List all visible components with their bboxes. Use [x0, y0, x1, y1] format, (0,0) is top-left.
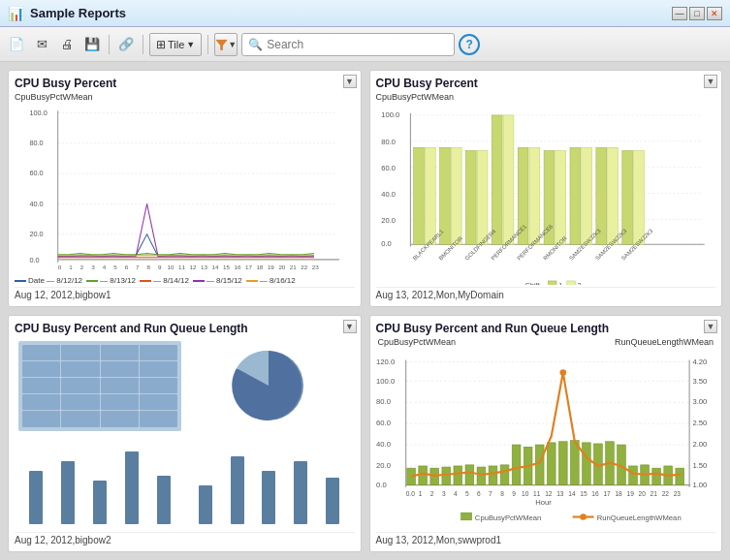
svg-text:20.0: 20.0	[381, 216, 396, 225]
svg-text:0.0: 0.0	[405, 490, 414, 497]
close-button[interactable]: ✕	[707, 7, 722, 20]
svg-text:Hour: Hour	[179, 273, 195, 274]
svg-text:4: 4	[103, 264, 107, 270]
window-controls: — □ ✕	[672, 7, 722, 20]
title-bar: 📊 Sample Reports — □ ✕	[0, 0, 730, 27]
svg-text:8: 8	[147, 264, 151, 270]
svg-text:80.0: 80.0	[381, 138, 396, 146]
toolbar: 📄 ✉ 🖨 💾 🔗 ⊞ Tile ▼ ▼ 🔍 ?	[0, 27, 730, 62]
svg-rect-67	[581, 147, 591, 244]
search-box[interactable]: 🔍	[241, 33, 455, 56]
svg-text:4.20: 4.20	[692, 358, 707, 366]
svg-text:12: 12	[545, 490, 553, 497]
report-grid: CPU Busy Percent ▼ CpuBusyPctWMean 100.0…	[0, 62, 730, 560]
search-icon: 🔍	[248, 38, 263, 51]
svg-rect-122	[535, 445, 544, 485]
card-top-right-menu[interactable]: ▼	[704, 75, 717, 88]
svg-rect-63	[529, 147, 540, 244]
card-top-left: CPU Busy Percent ▼ CpuBusyPctWMean 100.0…	[8, 70, 362, 307]
filter-button[interactable]: ▼	[214, 33, 238, 56]
bar-chart-svg: 100.0 80.0 60.0 40.0 20.0 0.0	[376, 103, 716, 285]
minimize-button[interactable]: —	[672, 7, 687, 20]
card-bottom-right: CPU Busy Percent and Run Queue Length ▼ …	[369, 315, 723, 552]
svg-rect-117	[477, 467, 486, 485]
svg-text:21: 21	[650, 490, 657, 497]
svg-rect-124	[558, 442, 567, 485]
search-input[interactable]	[267, 38, 448, 51]
tile-view-button[interactable]: ⊞ Tile ▼	[149, 33, 202, 56]
svg-text:1: 1	[418, 490, 422, 497]
tile-dropdown-icon: ▼	[186, 40, 195, 49]
card-top-left-title: CPU Busy Percent	[15, 77, 355, 90]
svg-text:0: 0	[58, 264, 62, 270]
svg-rect-112	[418, 466, 427, 485]
legend-item-1: — 8/13/12	[86, 276, 136, 285]
card-top-left-menu[interactable]: ▼	[343, 75, 357, 88]
svg-text:10: 10	[167, 264, 174, 270]
svg-text:18: 18	[615, 490, 622, 497]
svg-text:4: 4	[453, 490, 457, 497]
email-button[interactable]: ✉	[31, 33, 52, 56]
legend-item-2: — 8/14/12	[140, 276, 189, 285]
thumb-bars-2	[187, 437, 350, 527]
svg-rect-71	[633, 150, 644, 244]
card-bottom-right-chart: CpuBusyPctWMean RunQueueLengthWMean 120.…	[376, 337, 716, 530]
svg-text:1: 1	[558, 281, 562, 285]
svg-text:2: 2	[429, 490, 433, 497]
legend-item-4: — 8/16/12	[246, 276, 296, 285]
svg-rect-61	[503, 115, 514, 244]
card-top-right-footer: Aug 13, 2012,Mon,MyDomain	[376, 287, 716, 300]
help-button[interactable]: ?	[459, 34, 480, 55]
svg-text:40.0: 40.0	[29, 200, 43, 208]
svg-text:20.0: 20.0	[29, 230, 43, 238]
svg-text:18: 18	[256, 264, 263, 270]
svg-point-164	[580, 513, 587, 520]
svg-rect-60	[492, 115, 502, 244]
svg-text:8: 8	[500, 490, 504, 497]
svg-text:2: 2	[577, 281, 581, 285]
card-bottom-right-title: CPU Busy Percent and Run Queue Length	[376, 322, 716, 335]
card-bottom-left-menu[interactable]: ▼	[343, 320, 357, 333]
svg-text:120.0: 120.0	[376, 358, 395, 366]
card-bottom-right-menu[interactable]: ▼	[704, 320, 717, 333]
svg-text:100.0: 100.0	[29, 109, 47, 117]
svg-rect-132	[651, 468, 660, 485]
line-chart-legend: Date — 8/12/12 — 8/13/12 — 8/14/12 — 8/1…	[15, 276, 355, 285]
link-button[interactable]: 🔗	[115, 33, 137, 56]
window-title: Sample Reports	[30, 6, 666, 20]
svg-text:14: 14	[568, 490, 576, 497]
separator-1	[109, 35, 110, 54]
svg-rect-130	[628, 466, 637, 485]
svg-text:9: 9	[512, 490, 516, 497]
svg-text:60.0: 60.0	[376, 419, 391, 427]
svg-rect-55	[425, 147, 435, 244]
svg-rect-69	[607, 147, 618, 244]
svg-text:17: 17	[245, 264, 252, 270]
svg-text:22: 22	[301, 264, 307, 270]
save-button[interactable]: 💾	[81, 33, 103, 56]
svg-rect-59	[477, 150, 488, 244]
svg-rect-57	[451, 147, 461, 244]
svg-text:3.50: 3.50	[692, 377, 707, 386]
new-button[interactable]: 📄	[6, 33, 27, 56]
svg-marker-0	[216, 40, 227, 49]
svg-text:20.0: 20.0	[376, 461, 391, 470]
svg-text:80.0: 80.0	[29, 139, 43, 147]
svg-text:20: 20	[278, 264, 285, 270]
print-button[interactable]: 🖨	[56, 33, 78, 56]
svg-text:19: 19	[268, 264, 274, 270]
svg-rect-118	[489, 466, 497, 485]
maximize-button[interactable]: □	[689, 7, 705, 20]
svg-text:40.0: 40.0	[381, 190, 396, 199]
svg-rect-116	[465, 465, 474, 485]
svg-text:19: 19	[626, 490, 634, 497]
separator-2	[143, 35, 143, 54]
svg-text:80.0: 80.0	[376, 397, 391, 406]
svg-text:CpuBusyPctWMean: CpuBusyPctWMean	[474, 513, 541, 522]
svg-rect-58	[465, 150, 476, 244]
svg-text:7: 7	[489, 490, 492, 497]
svg-text:2.00: 2.00	[692, 440, 707, 449]
svg-text:0.0: 0.0	[376, 481, 387, 489]
card-bottom-left: CPU Busy Percent and Run Queue Length ▼	[8, 315, 362, 552]
svg-text:23: 23	[673, 490, 681, 497]
